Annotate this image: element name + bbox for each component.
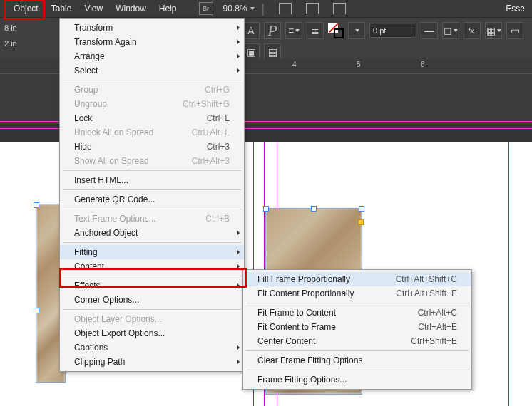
fill-stroke-swatch-1[interactable] — [328, 23, 344, 38]
textwrap-none-button[interactable]: ▭ — [506, 22, 523, 39]
object-menu-item[interactable]: Corner Options... — [60, 293, 244, 307]
object-menu-item: Text Frame Options...Ctrl+B — [60, 212, 244, 226]
frame-handle[interactable] — [34, 308, 39, 313]
object-menu-item[interactable]: Anchored Object — [60, 226, 244, 240]
menu-item-label: Ungroup — [74, 99, 160, 109]
menu-item-label: Group — [74, 85, 182, 95]
zoom-level[interactable]: 90.8% — [223, 4, 247, 14]
submenu-arrow-icon — [237, 68, 240, 73]
object-menu-item[interactable]: Content — [60, 259, 244, 274]
menu-item-label: Generate QR Code... — [74, 194, 230, 204]
menu-item-label: Lock — [74, 113, 184, 123]
object-menu-item[interactable]: Captions — [60, 340, 244, 355]
fitting-menu-item[interactable]: Frame Fitting Options... — [243, 373, 471, 387]
object-menu-item[interactable]: Fitting — [60, 245, 244, 259]
ruler-tick: 4 — [292, 61, 297, 68]
fill-dropdown-1[interactable] — [348, 22, 365, 39]
submenu-arrow-icon — [237, 249, 240, 255]
frame-handle[interactable] — [311, 206, 317, 212]
menu-separator — [63, 80, 241, 80]
menu-table[interactable]: Table — [45, 2, 78, 15]
object-menu-item[interactable]: Arrange — [60, 49, 244, 63]
menu-help[interactable]: Help — [153, 2, 183, 15]
frame-handle[interactable] — [34, 202, 39, 208]
menu-item-shortcut: Ctrl+Alt+E — [418, 322, 457, 332]
fitting-menu-item[interactable]: Clear Frame Fitting Options — [243, 353, 471, 368]
zoom-dropdown-icon[interactable] — [250, 7, 255, 10]
submenu-arrow-icon — [237, 283, 240, 288]
ruler-tick: 6 — [421, 61, 425, 68]
menubar: Object Table View Window Help Br 90.8% |… — [0, 0, 532, 18]
menu-item-label: Fit Frame to Content — [257, 308, 395, 318]
menu-item-label: Fitting — [74, 247, 230, 257]
drop-shadow-button[interactable]: ▦ — [485, 22, 502, 39]
menu-item-label: Object Export Options... — [74, 328, 230, 338]
coord-x: 8 in — [4, 24, 17, 32]
menu-item-shortcut: Ctrl+Alt+3 — [192, 156, 230, 166]
fitting-menu-item[interactable]: Fill Frame ProportionallyCtrl+Alt+Shift+… — [243, 272, 471, 286]
fitting-menu-item[interactable]: Fit Content ProportionallyCtrl+Alt+Shift… — [243, 286, 471, 301]
control-panel-icons: A P ≡ ≣ 0 pt — ◻ fx. ▦ ▭ ▣ ▤ ▦ ▧ 100% ▦ … — [242, 22, 532, 55]
corner-options-button[interactable]: ◻ — [442, 22, 459, 39]
column-guide[interactable] — [508, 142, 509, 406]
menu-item-shortcut: Ctrl+Alt+Shift+E — [396, 288, 457, 298]
frame-handle[interactable] — [263, 206, 269, 212]
menu-item-shortcut: Ctrl+Alt+L — [192, 127, 230, 137]
object-menu-item: Show All on SpreadCtrl+Alt+3 — [60, 154, 244, 168]
submenu-arrow-icon — [237, 345, 240, 350]
object-menu-item[interactable]: Select — [60, 63, 244, 78]
menu-item-label: Effects — [74, 281, 230, 291]
menu-item-label: Insert HTML... — [74, 175, 230, 185]
arrange-documents-button[interactable] — [329, 2, 350, 15]
object-menu-item[interactable]: Object Export Options... — [60, 326, 244, 340]
object-menu-item[interactable]: Transform Again — [60, 35, 244, 49]
menu-separator — [246, 350, 469, 351]
object-menu-item[interactable]: LockCtrl+L — [60, 111, 244, 125]
frame-content-handle[interactable] — [358, 219, 364, 225]
menu-object[interactable]: Object — [7, 2, 45, 15]
menu-item-shortcut: Ctrl+B — [205, 214, 230, 224]
list-button[interactable]: ≣ — [307, 22, 324, 39]
object-menu: TransformTransform AgainArrangeSelectGro… — [59, 18, 245, 372]
workspace-label[interactable]: Esse — [506, 4, 525, 14]
object-menu-item[interactable]: Transform — [60, 21, 244, 35]
fitting-menu-item[interactable]: Fit Content to FrameCtrl+Alt+E — [243, 320, 471, 334]
character-formatting-icon[interactable]: A — [242, 22, 260, 39]
bridge-icon[interactable]: Br — [199, 2, 213, 15]
object-menu-item[interactable]: Clipping Path — [60, 355, 244, 369]
submenu-arrow-icon — [237, 53, 240, 59]
zoom-area: Br 90.8% — [199, 2, 255, 15]
screen-mode-button[interactable] — [302, 2, 323, 15]
menu-separator — [63, 309, 241, 310]
object-menu-item[interactable]: Generate QR Code... — [60, 192, 244, 207]
stroke-weight-field[interactable]: 0 pt — [369, 24, 416, 38]
object-menu-item[interactable]: Insert HTML... — [60, 173, 244, 187]
textwrap-around-button[interactable]: ▣ — [242, 43, 260, 61]
menu-item-label: Hide — [74, 142, 184, 152]
paragraph-formatting-icon[interactable]: P — [264, 22, 281, 39]
menu-item-label: Transform — [74, 23, 230, 33]
text-align-button[interactable]: ≡ — [285, 22, 302, 39]
frame-handle[interactable] — [359, 206, 364, 212]
menu-item-label: Fit Content to Frame — [257, 322, 395, 332]
object-menu-item: Unlock All on SpreadCtrl+Alt+L — [60, 125, 244, 140]
fitting-menu-item[interactable]: Center ContentCtrl+Shift+E — [243, 334, 471, 348]
textwrap-jump-button[interactable]: ▤ — [264, 43, 281, 61]
object-menu-item[interactable]: Effects — [60, 279, 244, 293]
view-options-button[interactable] — [275, 2, 296, 15]
ruler-tick: 5 — [357, 61, 361, 68]
menu-item-label: Object Layer Options... — [74, 314, 230, 324]
menu-item-label: Show All on Spread — [74, 156, 169, 166]
effects-button[interactable]: fx. — [464, 22, 481, 39]
fitting-menu-item[interactable]: Fit Frame to ContentCtrl+Alt+C — [243, 306, 471, 320]
object-menu-item[interactable]: HideCtrl+3 — [60, 140, 244, 154]
menu-window[interactable]: Window — [109, 2, 153, 15]
menu-item-label: Fill Frame Proportionally — [257, 274, 373, 284]
menu-item-label: Fit Content Proportionally — [257, 288, 373, 298]
stroke-style-button[interactable]: — — [421, 22, 438, 39]
menu-view[interactable]: View — [78, 2, 109, 15]
fitting-submenu: Fill Frame ProportionallyCtrl+Alt+Shift+… — [242, 269, 472, 390]
menubar-separator: | — [262, 1, 265, 16]
menu-item-shortcut: Ctrl+Shift+G — [183, 99, 230, 109]
submenu-arrow-icon — [237, 264, 240, 269]
